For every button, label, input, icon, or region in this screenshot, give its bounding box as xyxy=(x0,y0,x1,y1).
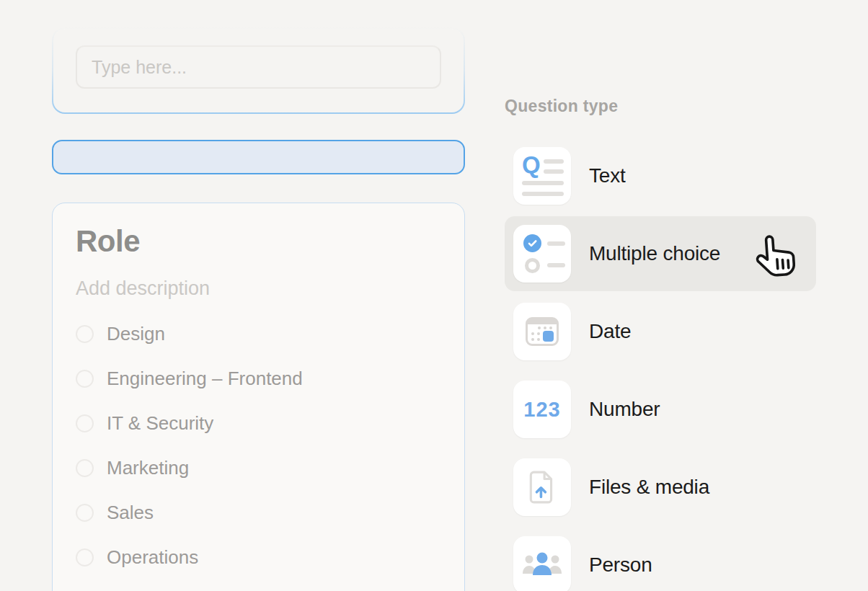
option-label: Marketing xyxy=(107,457,189,479)
radio-icon[interactable] xyxy=(76,548,94,566)
question-title[interactable]: Role xyxy=(76,223,441,259)
file-upload-icon xyxy=(513,458,571,516)
option-row[interactable]: Engineering – Frontend xyxy=(76,368,441,390)
calendar-day-square xyxy=(543,331,554,342)
answer-input-placeholder: Type here... xyxy=(92,57,187,78)
radio-icon[interactable] xyxy=(76,504,94,522)
form-builder-screen: Type here... Role Add description Design… xyxy=(0,0,868,591)
menu-item-label: Text xyxy=(589,164,626,187)
menu-item-label: Number xyxy=(589,398,660,421)
question-type-option-text[interactable]: Q Text xyxy=(505,138,816,213)
question-type-option-files-media[interactable]: Files & media xyxy=(505,450,816,525)
radio-icon[interactable] xyxy=(76,459,94,477)
calendar-icon xyxy=(513,303,571,360)
text-question-icon: Q xyxy=(513,147,571,205)
menu-item-label: Person xyxy=(589,554,652,577)
radio-icon[interactable] xyxy=(76,325,94,343)
option-row[interactable]: Design xyxy=(76,323,441,345)
radio-circle-icon xyxy=(525,258,540,273)
person-icon xyxy=(513,536,571,591)
question-type-heading: Question type xyxy=(505,97,618,116)
number-123-icon: 123 xyxy=(513,381,571,438)
options-list: Design Engineering – Frontend IT & Secur… xyxy=(76,323,441,591)
option-label: Sales xyxy=(107,502,154,524)
hand-cursor xyxy=(751,231,801,283)
q-letter: Q xyxy=(522,153,541,177)
option-row[interactable]: Operations xyxy=(76,546,441,569)
question-type-option-number[interactable]: 123 Number xyxy=(505,372,816,447)
multiple-choice-icon xyxy=(513,225,571,283)
text-question-card[interactable]: Type here... xyxy=(52,27,465,114)
answer-input[interactable]: Type here... xyxy=(76,45,441,89)
radio-icon[interactable] xyxy=(76,414,94,432)
question-type-menu: Q Text Multiple choice xyxy=(505,138,816,591)
menu-item-label: Date xyxy=(589,320,631,343)
option-label: Operations xyxy=(107,546,198,569)
menu-item-label: Files & media xyxy=(589,476,709,499)
option-label: Engineering – Frontend xyxy=(107,368,303,390)
insertion-placeholder xyxy=(52,140,465,174)
option-label: Design xyxy=(107,323,165,345)
option-row[interactable]: IT & Security xyxy=(76,412,441,435)
role-question-card[interactable]: Role Add description Design Engineering … xyxy=(52,203,465,591)
option-row[interactable]: Marketing xyxy=(76,457,441,479)
option-row[interactable]: Sales xyxy=(76,502,441,524)
123-glyph: 123 xyxy=(513,381,571,438)
option-label: IT & Security xyxy=(107,412,213,435)
question-type-option-date[interactable]: Date xyxy=(505,294,816,369)
question-type-option-person[interactable]: Person xyxy=(505,528,816,591)
question-description-placeholder[interactable]: Add description xyxy=(76,277,441,300)
menu-item-label: Multiple choice xyxy=(589,242,720,265)
radio-icon[interactable] xyxy=(76,370,94,388)
check-circle-icon xyxy=(523,234,541,252)
